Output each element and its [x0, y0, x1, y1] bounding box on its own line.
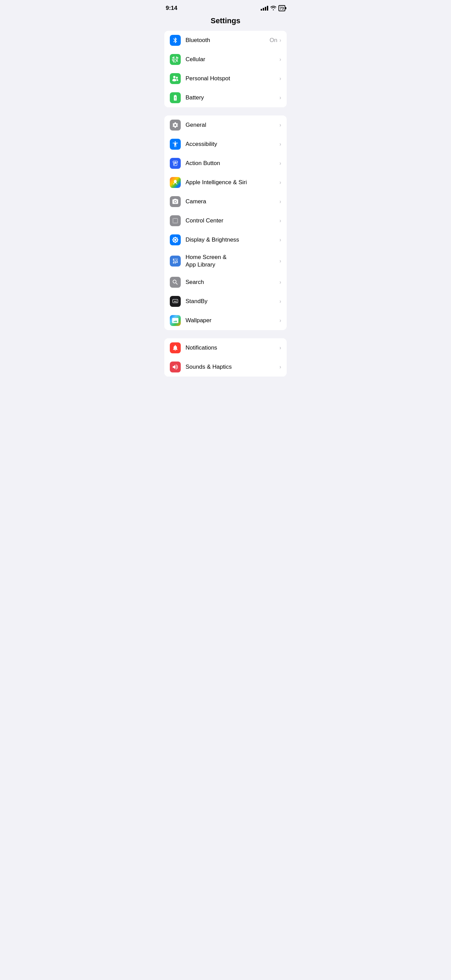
wifi-icon: [270, 5, 276, 11]
cellular-content: Cellular: [186, 56, 279, 63]
signal-icon: [261, 6, 268, 11]
display-brightness-icon-wrapper: [170, 234, 181, 245]
cellular-chevron: ›: [279, 56, 281, 62]
control-center-chevron: ›: [279, 218, 281, 224]
wallpaper-icon: [172, 317, 179, 324]
notifications-icon: [172, 344, 179, 351]
bluetooth-icon-wrapper: [170, 35, 181, 46]
notifications-icon-wrapper: [170, 342, 181, 353]
control-center-icon: [172, 217, 179, 224]
general-chevron: ›: [279, 122, 281, 128]
siri-right: ›: [279, 180, 281, 186]
action-button-right: ›: [279, 160, 281, 166]
display-brightness-right: ›: [279, 237, 281, 243]
home-screen-label: Home Screen &App Library: [186, 253, 279, 269]
hotspot-chevron: ›: [279, 75, 281, 82]
hotspot-icon: [172, 75, 179, 82]
search-right: ›: [279, 279, 281, 285]
notifications-group: Notifications › Sounds & Haptics ›: [164, 338, 287, 377]
wallpaper-label: Wallpaper: [186, 317, 279, 324]
bluetooth-icon: [172, 37, 179, 44]
sounds-chevron: ›: [279, 364, 281, 370]
sounds-icon: [172, 364, 179, 371]
gear-icon: [172, 122, 179, 129]
battery-icon: 73: [278, 5, 285, 11]
action-button-icon: [172, 160, 179, 167]
sounds-right: ›: [279, 364, 281, 370]
hotspot-content: Personal Hotspot: [186, 75, 279, 82]
standby-icon-wrapper: [170, 296, 181, 307]
action-button-item[interactable]: Action Button ›: [164, 154, 287, 173]
home-screen-content: Home Screen &App Library: [186, 253, 279, 269]
display-brightness-chevron: ›: [279, 237, 281, 243]
status-icons: 73: [261, 5, 285, 11]
wallpaper-content: Wallpaper: [186, 317, 279, 324]
wallpaper-item[interactable]: Wallpaper ›: [164, 311, 287, 330]
control-center-label: Control Center: [186, 217, 279, 224]
control-center-icon-wrapper: [170, 215, 181, 226]
svg-rect-2: [173, 299, 178, 303]
wallpaper-right: ›: [279, 317, 281, 324]
accessibility-content: Accessibility: [186, 140, 279, 148]
siri-icon-wrapper: [170, 177, 181, 188]
standby-icon: [172, 298, 179, 305]
general-label: General: [186, 121, 279, 129]
search-content: Search: [186, 278, 279, 286]
home-screen-chevron: ›: [279, 258, 281, 264]
camera-icon: [172, 198, 179, 205]
search-item[interactable]: Search ›: [164, 273, 287, 292]
siri-content: Apple Intelligence & Siri: [186, 179, 279, 186]
svg-point-3: [176, 302, 177, 303]
sounds-haptics-item[interactable]: Sounds & Haptics ›: [164, 358, 287, 377]
display-brightness-label: Display & Brightness: [186, 236, 279, 243]
sounds-content: Sounds & Haptics: [186, 363, 279, 371]
battery-label: Battery: [186, 94, 279, 102]
bluetooth-label: Bluetooth: [186, 37, 270, 44]
bluetooth-item[interactable]: Bluetooth On ›: [164, 31, 287, 50]
standby-content: StandBy: [186, 298, 279, 305]
search-label: Search: [186, 278, 279, 286]
general-content: General: [186, 121, 279, 129]
control-center-right: ›: [279, 218, 281, 224]
svg-text:((•)): ((•)): [173, 58, 178, 61]
status-bar: 9:14 73: [159, 0, 292, 14]
siri-label: Apple Intelligence & Siri: [186, 179, 279, 186]
apple-intelligence-item[interactable]: Apple Intelligence & Siri ›: [164, 173, 287, 192]
cellular-icon-wrapper: ((•)): [170, 54, 181, 65]
display-brightness-content: Display & Brightness: [186, 236, 279, 243]
camera-right: ›: [279, 199, 281, 205]
brightness-icon: [172, 237, 179, 243]
standby-item[interactable]: StandBy ›: [164, 292, 287, 311]
control-center-item[interactable]: Control Center ›: [164, 211, 287, 230]
cellular-item[interactable]: ((•)) Cellular ›: [164, 50, 287, 69]
bluetooth-chevron: ›: [279, 37, 281, 43]
notifications-chevron: ›: [279, 345, 281, 351]
home-screen-icon: [172, 258, 179, 264]
bluetooth-right: On ›: [270, 37, 281, 44]
accessibility-chevron: ›: [279, 141, 281, 147]
camera-chevron: ›: [279, 199, 281, 205]
accessibility-icon: [172, 141, 179, 148]
battery-settings-icon: [172, 94, 179, 101]
home-screen-item[interactable]: Home Screen &App Library ›: [164, 250, 287, 273]
personal-hotspot-item[interactable]: Personal Hotspot ›: [164, 69, 287, 88]
home-screen-icon-wrapper: [170, 256, 181, 267]
cellular-right: ›: [279, 56, 281, 62]
battery-right: ›: [279, 95, 281, 101]
cellular-label: Cellular: [186, 56, 279, 63]
hotspot-label: Personal Hotspot: [186, 75, 279, 82]
battery-item[interactable]: Battery ›: [164, 88, 287, 107]
camera-content: Camera: [186, 198, 279, 205]
general-group: General › Accessibility › Action: [164, 116, 287, 330]
camera-item[interactable]: Camera ›: [164, 192, 287, 211]
general-item[interactable]: General ›: [164, 116, 287, 135]
action-button-chevron: ›: [279, 160, 281, 166]
display-brightness-item[interactable]: Display & Brightness ›: [164, 230, 287, 250]
accessibility-item[interactable]: Accessibility ›: [164, 135, 287, 154]
hotspot-right: ›: [279, 75, 281, 82]
notifications-item[interactable]: Notifications ›: [164, 338, 287, 358]
bluetooth-value: On: [270, 37, 278, 44]
action-button-label: Action Button: [186, 159, 279, 167]
wallpaper-chevron: ›: [279, 317, 281, 324]
action-button-content: Action Button: [186, 159, 279, 167]
